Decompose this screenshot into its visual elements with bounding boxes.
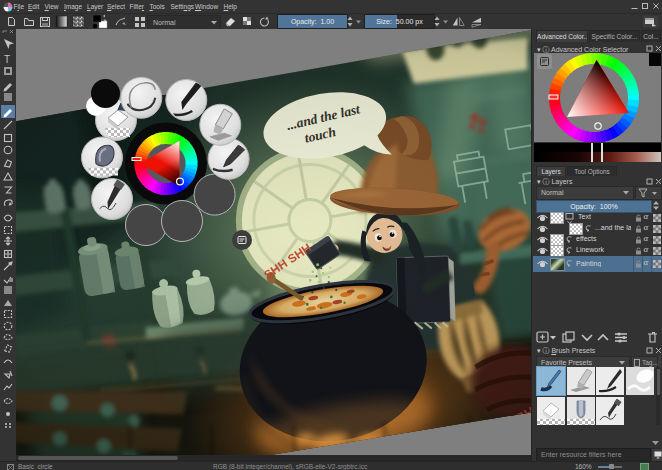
svg-text:T: T xyxy=(4,54,10,65)
